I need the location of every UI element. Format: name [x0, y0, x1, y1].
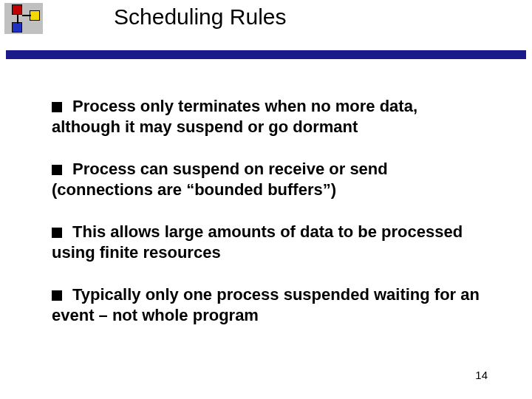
page-number: 14: [475, 369, 488, 381]
logo-square-yellow: [30, 10, 40, 21]
title-divider: [6, 50, 526, 59]
slide-title: Scheduling Rules: [114, 4, 286, 30]
logo-icon: [4, 3, 43, 34]
bullet-text: This allows large amounts of data to be …: [52, 222, 463, 262]
slide: Scheduling Rules Process only terminates…: [0, 0, 532, 399]
logo-square-red: [12, 4, 22, 15]
logo-square-blue: [12, 22, 22, 33]
bullet-item: Process can suspend on receive or send (…: [52, 159, 488, 200]
bullet-item: Process only terminates when no more dat…: [52, 96, 488, 137]
logo-connector: [17, 15, 18, 24]
slide-body: Process only terminates when no more dat…: [52, 96, 488, 347]
bullet-text: Process only terminates when no more dat…: [52, 97, 417, 136]
square-bullet-icon: [52, 228, 62, 238]
bullet-text: Typically only one process suspended wai…: [52, 285, 480, 324]
square-bullet-icon: [52, 102, 62, 112]
square-bullet-icon: [52, 165, 62, 175]
bullet-item: This allows large amounts of data to be …: [52, 222, 488, 262]
logo-connector: [22, 15, 31, 16]
square-bullet-icon: [52, 290, 62, 301]
bullet-text: Process can suspend on receive or send (…: [52, 160, 388, 199]
bullet-item: Typically only one process suspended wai…: [52, 284, 488, 325]
